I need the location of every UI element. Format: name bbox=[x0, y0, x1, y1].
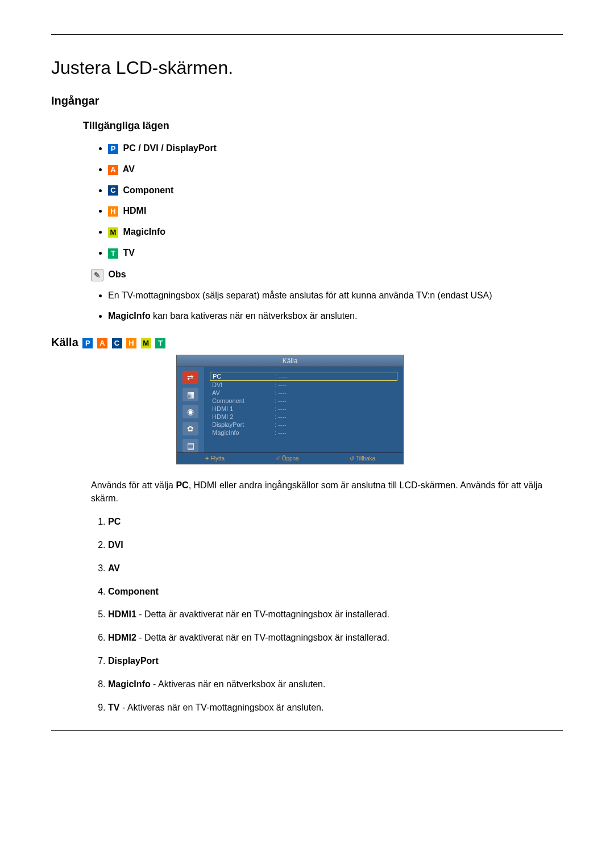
mode-item-hdmi: H HDMI bbox=[108, 206, 563, 217]
desc-text: Används för att välja bbox=[91, 480, 176, 490]
mode-item-av: A AV bbox=[108, 164, 563, 175]
mode-item-pc: P PC / DVI / DisplayPort bbox=[108, 143, 563, 154]
t-icon: T bbox=[108, 248, 118, 259]
item-text: - Detta är avaktiverat när en TV-mottagn… bbox=[136, 609, 389, 619]
osd-side-icon: ⇄ bbox=[182, 371, 198, 384]
osd-row: Component: ---- bbox=[210, 397, 397, 405]
osd-row: HDMI 2: ---- bbox=[210, 413, 397, 421]
note-bold: MagicInfo bbox=[108, 311, 151, 321]
mode-item-tv: T TV bbox=[108, 248, 563, 259]
mode-label: MagicInfo bbox=[123, 227, 165, 236]
source-description: Används för att välja PC, HDMI eller and… bbox=[91, 479, 563, 505]
mode-label: PC / DVI / DisplayPort bbox=[123, 143, 216, 153]
notes-list: En TV-mottagningsbox (säljs separat) mås… bbox=[108, 289, 563, 323]
mode-item-magicinfo: M MagicInfo bbox=[108, 227, 563, 238]
c-icon: C bbox=[108, 185, 118, 196]
osd-screenshot: Källa ⇄ ▦ ◉ ✿ ▤ PC: ---- DVI: ---- AV: -… bbox=[176, 355, 563, 464]
osd-sidebar: ⇄ ▦ ◉ ✿ ▤ bbox=[177, 367, 204, 452]
m-icon: M bbox=[108, 227, 118, 238]
item-label: DisplayPort bbox=[108, 656, 159, 666]
osd-side-icon: ▦ bbox=[182, 388, 198, 401]
item-label: MagicInfo bbox=[108, 679, 151, 689]
mode-label: HDMI bbox=[123, 206, 146, 215]
source-numbered-list: PC DVI AV Component HDMI1 - Detta är ava… bbox=[108, 516, 563, 713]
list-item: DisplayPort bbox=[108, 655, 563, 667]
p-icon: P bbox=[82, 338, 93, 348]
m-icon: M bbox=[141, 338, 151, 348]
t-icon: T bbox=[155, 338, 165, 348]
p-icon: P bbox=[108, 144, 118, 154]
list-item: HDMI2 - Detta är avaktiverat när en TV-m… bbox=[108, 632, 563, 644]
note-heading: ✎ Obs bbox=[91, 269, 563, 281]
osd-title: Källa bbox=[177, 355, 403, 367]
osd-row: MagicInfo: ---- bbox=[210, 429, 397, 437]
osd-row: AV: ---- bbox=[210, 389, 397, 397]
item-label: Component bbox=[108, 587, 159, 596]
osd-row: DisplayPort: ---- bbox=[210, 421, 397, 429]
list-item: TV - Aktiveras när en TV-mottagningsbox … bbox=[108, 702, 563, 714]
section-inputs-heading: Ingångar bbox=[51, 94, 563, 107]
a-icon: A bbox=[97, 338, 107, 348]
a-icon: A bbox=[108, 165, 118, 175]
osd-hint: ✦ Flytta bbox=[205, 455, 225, 462]
subsection-modes-heading: Tillgängliga lägen bbox=[83, 120, 563, 132]
item-label: HDMI2 bbox=[108, 633, 136, 642]
mode-label: Component bbox=[123, 185, 173, 195]
list-item: Component bbox=[108, 586, 563, 598]
note-icon: ✎ bbox=[91, 269, 103, 281]
list-item: MagicInfo - Aktiveras när en nätverksbox… bbox=[108, 679, 563, 691]
osd-hint: ↺ Tillbaka bbox=[350, 455, 375, 462]
item-label: DVI bbox=[108, 540, 123, 550]
osd-side-icon: ✿ bbox=[182, 422, 198, 435]
modes-list: P PC / DVI / DisplayPort A AV C Componen… bbox=[108, 143, 563, 259]
section-source-heading: Källa P A C H M T bbox=[51, 336, 563, 349]
mode-label: AV bbox=[123, 164, 135, 174]
h-icon: H bbox=[126, 338, 136, 348]
mode-item-component: C Component bbox=[108, 185, 563, 196]
bottom-rule bbox=[51, 730, 563, 731]
item-label: AV bbox=[108, 563, 120, 573]
osd-side-icon: ▤ bbox=[182, 439, 198, 452]
osd-main: PC: ---- DVI: ---- AV: ---- Component: -… bbox=[204, 367, 403, 452]
osd-row: DVI: ---- bbox=[210, 381, 397, 389]
osd-side-icon: ◉ bbox=[182, 405, 198, 418]
c-icon: C bbox=[112, 338, 122, 348]
note-label: Obs bbox=[108, 269, 126, 279]
page-title: Justera LCD-skärmen. bbox=[51, 57, 563, 78]
top-rule bbox=[51, 34, 563, 35]
osd-hint: ⏎ Öppna bbox=[276, 455, 299, 462]
item-text: - Detta är avaktiverat när en TV-mottagn… bbox=[136, 633, 389, 642]
item-text: - Aktiveras när en nätverksbox är anslut… bbox=[151, 679, 326, 689]
desc-bold: PC bbox=[176, 480, 188, 490]
osd-footer: ✦ Flytta ⏎ Öppna ↺ Tillbaka bbox=[177, 452, 403, 464]
item-text: - Aktiveras när en TV-mottagningsbox är … bbox=[119, 703, 323, 712]
item-label: PC bbox=[108, 517, 121, 526]
osd-row: HDMI 1: ---- bbox=[210, 405, 397, 413]
osd-row-pc: PC: ---- bbox=[210, 372, 397, 381]
note-text: kan bara kativeras när en nätverksbox är… bbox=[151, 311, 358, 321]
list-item: DVI bbox=[108, 539, 563, 551]
mode-label: TV bbox=[123, 248, 134, 258]
note-item: En TV-mottagningsbox (säljs separat) mås… bbox=[108, 289, 563, 302]
item-label: HDMI1 bbox=[108, 609, 136, 619]
list-item: PC bbox=[108, 516, 563, 528]
list-item: AV bbox=[108, 563, 563, 575]
source-heading-text: Källa bbox=[51, 336, 78, 348]
list-item: HDMI1 - Detta är avaktiverat när en TV-m… bbox=[108, 609, 563, 621]
item-label: TV bbox=[108, 703, 119, 712]
h-icon: H bbox=[108, 206, 118, 217]
note-item: MagicInfo kan bara kativeras när en nätv… bbox=[108, 310, 563, 322]
